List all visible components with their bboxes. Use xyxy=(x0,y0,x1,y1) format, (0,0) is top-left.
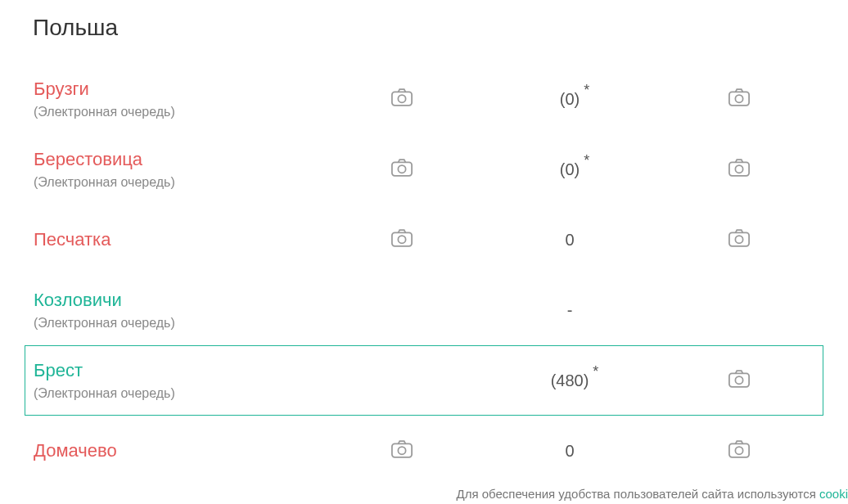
queue-value: (0) xyxy=(560,160,580,178)
checkpoint-link[interactable]: Берестовица xyxy=(34,149,328,170)
svg-rect-4 xyxy=(392,162,412,176)
section-title: Польша xyxy=(33,15,823,41)
svg-rect-10 xyxy=(729,232,749,246)
svg-rect-2 xyxy=(729,92,749,105)
svg-point-13 xyxy=(735,376,742,384)
checkpoint-link[interactable]: Брест xyxy=(34,360,328,381)
queue-value: - xyxy=(567,301,573,319)
checkpoint-link[interactable]: Домачево xyxy=(34,440,328,461)
camera-icon[interactable] xyxy=(390,440,413,458)
checkpoint-link[interactable]: Песчатка xyxy=(34,229,328,250)
svg-point-9 xyxy=(398,236,405,243)
asterisk-icon: * xyxy=(584,82,589,99)
table-row: Песчатка0 xyxy=(25,205,823,275)
svg-rect-12 xyxy=(729,373,749,387)
electronic-queue-link[interactable]: (Электронная очередь) xyxy=(34,386,328,401)
camera-icon[interactable] xyxy=(728,88,751,106)
cookie-notice: Для обеспечения удобства пользователей с… xyxy=(0,484,848,486)
camera-icon[interactable] xyxy=(728,370,751,388)
queue-value: 0 xyxy=(565,442,574,460)
table-row: Домачево0 xyxy=(25,416,823,486)
svg-point-11 xyxy=(735,236,742,243)
svg-point-7 xyxy=(735,165,742,173)
electronic-queue-link[interactable]: (Электронная очередь) xyxy=(34,105,328,119)
svg-rect-16 xyxy=(729,443,749,457)
queue-value: 0 xyxy=(565,231,574,249)
electronic-queue-link[interactable]: (Электронная очередь) xyxy=(34,175,328,190)
svg-rect-0 xyxy=(392,92,412,105)
asterisk-icon: * xyxy=(584,152,589,169)
electronic-queue-link[interactable]: (Электронная очередь) xyxy=(34,316,328,331)
table-row: Козловичи(Электронная очередь)- xyxy=(25,275,823,345)
svg-rect-6 xyxy=(729,162,749,176)
camera-icon[interactable] xyxy=(390,88,413,106)
asterisk-icon: * xyxy=(593,363,598,380)
svg-point-15 xyxy=(398,447,405,454)
checkpoint-link[interactable]: Козловичи xyxy=(34,290,328,311)
queue-value: (0) xyxy=(560,90,580,108)
camera-icon[interactable] xyxy=(390,229,413,247)
queue-value: (480) xyxy=(551,371,589,389)
table-row: Брест(Электронная очередь)(480)* xyxy=(25,345,823,416)
svg-rect-14 xyxy=(392,443,412,457)
camera-icon[interactable] xyxy=(390,159,413,177)
camera-icon[interactable] xyxy=(728,440,751,458)
svg-rect-8 xyxy=(392,232,412,246)
svg-point-1 xyxy=(398,95,405,102)
camera-icon[interactable] xyxy=(728,159,751,177)
camera-icon[interactable] xyxy=(728,229,751,247)
svg-point-17 xyxy=(735,447,742,454)
checkpoint-link[interactable]: Брузги xyxy=(34,79,328,100)
table-row: Берестовица(Электронная очередь)(0)* xyxy=(25,134,823,205)
svg-point-3 xyxy=(735,95,742,102)
svg-point-5 xyxy=(398,165,405,173)
checkpoint-list: Брузги(Электронная очередь)(0)*Берестови… xyxy=(25,64,823,486)
table-row: Брузги(Электронная очередь)(0)* xyxy=(25,64,823,134)
